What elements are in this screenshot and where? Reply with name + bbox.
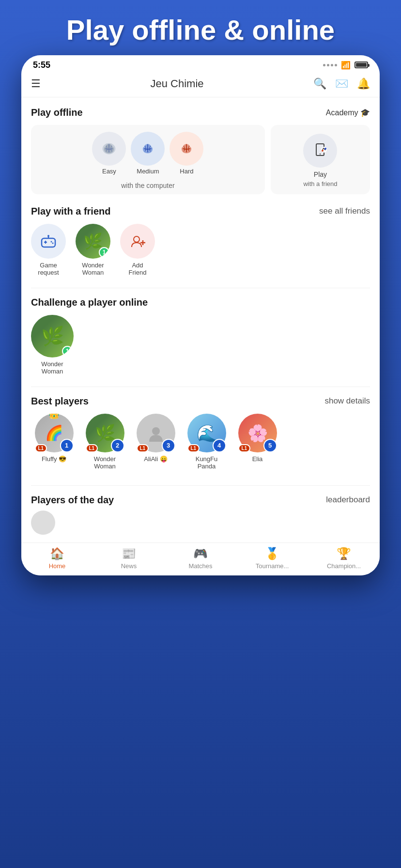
challenge-name: WonderWoman: [41, 360, 63, 375]
status-time: 5:55: [33, 60, 50, 70]
ali-name: AliAli 😛: [144, 455, 168, 463]
kp-name: KungFuPanda: [196, 455, 218, 470]
signal-dots: [323, 64, 337, 66]
champion-icon: 🏆: [337, 547, 351, 560]
svg-point-4: [322, 150, 324, 152]
svg-point-5: [324, 148, 326, 150]
wonder-woman-friend-item[interactable]: 🌿 1 WonderWoman: [76, 224, 110, 276]
top-nav: ☰ Jeu Chimie 🔍 ✉️ 🔔: [21, 73, 380, 97]
see-all-friends-link[interactable]: see all friends: [319, 206, 370, 216]
svg-point-17: [152, 427, 160, 435]
nav-tab-home[interactable]: 🏠 Home: [21, 547, 93, 570]
play-friend-header: Play with a friend see all friends: [31, 206, 370, 217]
play-offline-grid: Easy: [31, 125, 370, 194]
wonder-woman-avatar: 🌿 1: [76, 224, 110, 259]
best-players-title: Best players: [31, 396, 89, 407]
play-offline-header: Play offline Academy 🎓: [31, 107, 370, 118]
online-badge-challenge: 1: [62, 346, 73, 356]
player-kp-wrap: 🌊 L1 4: [187, 414, 226, 452]
add-friend-avatar: [120, 224, 155, 259]
best-players-list: 👑 🌈 L1 1 Fluffy 😎 🌿 L1 2 WonderWoman: [31, 414, 370, 474]
hard-circle: [170, 132, 203, 166]
elia-rank: 5: [263, 439, 277, 452]
academy-link[interactable]: Academy 🎓: [326, 108, 370, 117]
news-icon: 📰: [122, 547, 136, 560]
banner-title: Play offline & online: [15, 15, 386, 46]
challenge-title: Challenge a player online: [31, 297, 148, 308]
nav-icons: 🔍 ✉️ 🔔: [313, 78, 370, 90]
search-icon[interactable]: 🔍: [313, 78, 326, 90]
show-details-link[interactable]: show details: [324, 396, 370, 406]
wifi-icon: 📶: [341, 61, 351, 70]
battery-icon: [355, 62, 368, 68]
tournament-icon: 🥇: [265, 547, 279, 560]
tournament-label: Tourname...: [256, 562, 289, 570]
player-elia-wrap: 🌸 L1 5: [238, 414, 277, 452]
play-with-friend-card[interactable]: Play with a friend: [271, 125, 370, 194]
app-title: Jeu Chimie: [41, 78, 313, 90]
ali-level: L1: [137, 444, 149, 452]
nav-tab-champion[interactable]: 🏆 Champion...: [308, 547, 380, 570]
player-day-avatar: [31, 511, 55, 535]
matches-icon: 🎮: [193, 547, 208, 560]
add-friend-label: AddFriend: [129, 262, 147, 276]
game-request-avatar: [31, 224, 66, 259]
brain-options: Easy: [92, 132, 203, 175]
game-request-item[interactable]: Gamerequest: [31, 224, 66, 276]
svg-point-12: [51, 241, 52, 242]
players-day-title: Players of the day: [31, 495, 114, 506]
home-label: Home: [49, 562, 66, 570]
elia-name: Elia: [252, 455, 263, 463]
player-elia[interactable]: 🌸 L1 5 Elia: [234, 414, 280, 470]
kp-level: L1: [187, 444, 200, 452]
player-ww-wrap: 🌿 L1 2: [86, 414, 124, 452]
nav-tab-matches[interactable]: 🎮 Matches: [165, 547, 236, 570]
kp-rank: 4: [213, 439, 226, 452]
message-icon[interactable]: ✉️: [335, 78, 348, 90]
ww-name: WonderWoman: [94, 455, 116, 470]
player-wonder-woman[interactable]: 🌿 L1 2 WonderWoman: [82, 414, 128, 470]
hamburger-icon[interactable]: ☰: [31, 78, 41, 90]
player-kungfu[interactable]: 🌊 L1 4 KungFuPanda: [184, 414, 230, 470]
header-banner: Play offline & online: [0, 0, 401, 55]
computer-options[interactable]: Easy: [31, 125, 265, 194]
bell-icon[interactable]: 🔔: [357, 78, 370, 90]
leaderboard-link[interactable]: leaderboard: [326, 495, 370, 505]
phone-frame: 5:55 📶 ☰ Jeu Chimie 🔍 ✉️ 🔔: [21, 55, 380, 575]
players-day-header: Players of the day leaderboard: [31, 495, 370, 506]
challenge-section: Challenge a player online 🌿 1 WonderWoma…: [31, 297, 370, 375]
friends-list: Gamerequest 🌿 1 WonderWoman: [31, 224, 370, 276]
difficulty-easy[interactable]: Easy: [92, 132, 126, 175]
easy-label: Easy: [102, 168, 116, 175]
play-friend-title: Play with a friend: [31, 206, 110, 217]
medium-circle: [131, 132, 165, 166]
medium-label: Medium: [137, 168, 159, 175]
easy-circle: [92, 132, 126, 166]
fluffy-name: Fluffy 😎: [42, 455, 66, 463]
home-icon: 🏠: [50, 547, 64, 560]
challenge-wonder-woman[interactable]: 🌿 1 WonderWoman: [31, 315, 74, 375]
play-offline-title: Play offline: [31, 107, 83, 118]
player-fluffy-wrap: 👑 🌈 L1 1: [35, 414, 74, 452]
difficulty-medium[interactable]: Medium: [131, 132, 165, 175]
crown-icon: 👑: [48, 414, 60, 419]
online-badge: 1: [99, 247, 109, 258]
challenge-list: 🌿 1 WonderWoman: [31, 315, 370, 375]
svg-point-8: [47, 235, 49, 237]
nav-tab-news[interactable]: 📰 News: [93, 547, 165, 570]
fluffy-level: L1: [35, 444, 47, 452]
player-aliali[interactable]: L1 3 AliAli 😛: [133, 414, 179, 470]
players-day-list: [31, 511, 370, 542]
elia-level: L1: [238, 444, 251, 452]
game-request-label: Gamerequest: [38, 262, 59, 276]
main-content: Play offline Academy 🎓: [21, 97, 380, 542]
with-friend-sublabel: with a friend: [303, 180, 337, 187]
hard-label: Hard: [180, 168, 193, 175]
difficulty-hard[interactable]: Hard: [170, 132, 203, 175]
champion-label: Champion...: [327, 562, 361, 570]
player-fluffy[interactable]: 👑 🌈 L1 1 Fluffy 😎: [31, 414, 77, 470]
challenge-header: Challenge a player online: [31, 297, 370, 308]
nav-tab-tournament[interactable]: 🥇 Tourname...: [236, 547, 308, 570]
status-icons: 📶: [323, 61, 368, 70]
add-friend-item[interactable]: AddFriend: [120, 224, 155, 276]
